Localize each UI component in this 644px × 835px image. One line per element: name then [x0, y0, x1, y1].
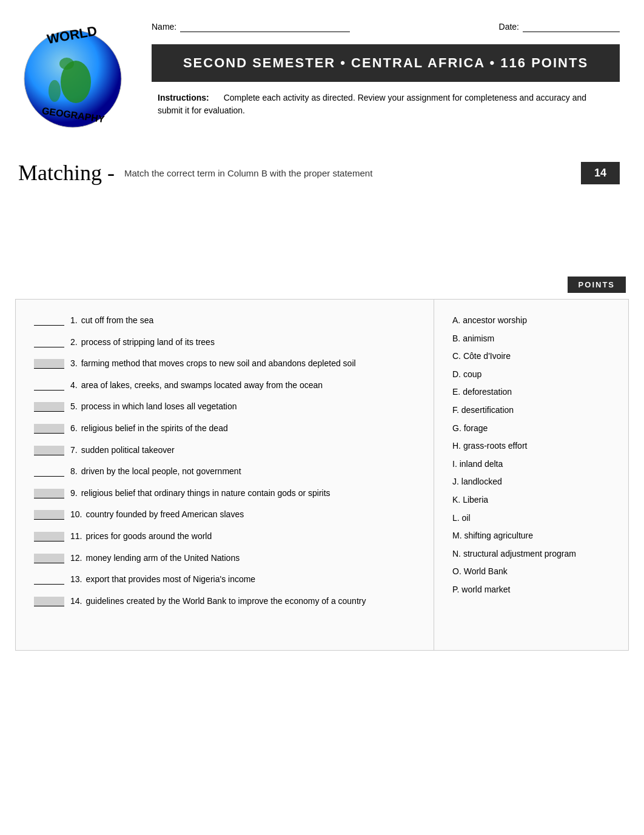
logo-area: WORLD GEOGRAPHY: [12, 12, 139, 136]
left-item-1: 1.cut off from the sea: [34, 315, 421, 327]
choice-letter-11: K.: [452, 495, 463, 505]
left-column: 1.cut off from the sea2.process of strip…: [16, 300, 434, 650]
choice-letter-9: I.: [452, 459, 460, 469]
page: WORLD GEOGRAPHY Name: Date: SECOND SEMES…: [0, 0, 644, 835]
answer-blank-9[interactable]: [34, 489, 64, 498]
content-box: 1.cut off from the sea2.process of strip…: [15, 299, 629, 651]
svg-point-4: [49, 80, 61, 102]
choice-text-15: World Bank: [464, 566, 508, 576]
answer-blank-14[interactable]: [34, 597, 64, 606]
left-item-10: 10.country founded by freed American sla…: [34, 509, 421, 521]
choice-item-12: L. oil: [452, 512, 616, 525]
choice-letter-16: P.: [452, 585, 461, 594]
choice-item-4: D. coup: [452, 369, 616, 381]
left-item-14: 14.guidelines created by the World Bank …: [34, 595, 421, 608]
points-badge: 14: [581, 162, 620, 184]
name-label: Name:: [152, 22, 176, 32]
item-text-11: prices for goods around the world: [86, 531, 212, 543]
item-text-1: cut off from the sea: [81, 315, 154, 327]
date-label: Date:: [499, 22, 519, 32]
item-number-13: 13.: [70, 574, 82, 586]
title-banner: SECOND SEMESTER • CENTRAL AFRICA • 116 P…: [152, 44, 620, 82]
item-text-7: sudden political takeover: [81, 444, 175, 457]
answer-blank-5[interactable]: [34, 402, 64, 412]
name-input-line[interactable]: [180, 21, 350, 32]
left-item-6: 6.religious belief in the spirits of the…: [34, 423, 421, 435]
answer-blank-6[interactable]: [34, 424, 64, 434]
answer-blank-11[interactable]: [34, 532, 64, 542]
item-number-5: 5.: [70, 401, 78, 413]
left-item-11: 11.prices for goods around the world: [34, 531, 421, 543]
answer-blank-7[interactable]: [34, 446, 64, 455]
left-item-2: 2.process of stripping land of its trees: [34, 337, 421, 349]
instructions-block: Instructions: Complete each activity as …: [152, 92, 620, 117]
choice-text-12: oil: [462, 513, 471, 523]
choice-item-6: F. desertification: [452, 404, 616, 417]
item-number-7: 7.: [70, 444, 78, 457]
choice-text-3: Côte d'Ivoire: [463, 351, 511, 361]
choice-item-10: J. landlocked: [452, 476, 616, 488]
choice-item-5: E. deforestation: [452, 386, 616, 398]
item-number-9: 9.: [70, 488, 78, 500]
choice-letter-12: L.: [452, 513, 462, 523]
choice-letter-15: O.: [452, 566, 464, 576]
item-number-14: 14.: [70, 595, 82, 608]
choice-text-11: Liberia: [463, 495, 488, 505]
left-item-7: 7.sudden political takeover: [34, 444, 421, 457]
left-item-3: 3.farming method that moves crops to new…: [34, 358, 421, 370]
choice-text-4: coup: [463, 369, 481, 379]
choice-item-7: G. forage: [452, 423, 616, 435]
choice-letter-1: A.: [452, 315, 463, 325]
item-number-1: 1.: [70, 315, 78, 327]
name-date-line: Name: Date:: [152, 12, 620, 44]
date-input-line[interactable]: [523, 21, 620, 32]
left-item-13: 13.export that provides most of Nigeria'…: [34, 574, 421, 586]
matching-subtitle: Match the correct term in Column B with …: [124, 168, 372, 178]
answer-blank-2[interactable]: [34, 338, 64, 347]
item-number-10: 10.: [70, 509, 82, 521]
answer-blank-8[interactable]: [34, 467, 64, 477]
choice-letter-4: D.: [452, 369, 463, 379]
left-item-12: 12.money lending arm of the United Natio…: [34, 552, 421, 565]
left-item-9: 9.religious belief that ordinary things …: [34, 488, 421, 500]
header: WORLD GEOGRAPHY Name: Date: SECOND SEMES…: [0, 0, 644, 142]
item-number-11: 11.: [70, 531, 82, 543]
choice-text-16: world market: [461, 585, 510, 594]
choice-text-9: inland delta: [460, 459, 503, 469]
choice-text-5: deforestation: [463, 387, 512, 397]
choice-item-16: P. world market: [452, 584, 616, 596]
choice-letter-3: C.: [452, 351, 463, 361]
choice-item-8: H. grass-roots effort: [452, 440, 616, 452]
globe-icon: WORLD GEOGRAPHY: [12, 12, 133, 133]
choice-text-6: desertification: [461, 405, 514, 415]
choice-letter-7: G.: [452, 423, 464, 433]
item-number-12: 12.: [70, 552, 82, 565]
item-text-3: farming method that moves crops to new s…: [81, 358, 356, 370]
answer-blank-10[interactable]: [34, 510, 64, 520]
left-item-4: 4.area of lakes, creeks, and swamps loca…: [34, 380, 421, 392]
choice-item-15: O. World Bank: [452, 566, 616, 578]
item-number-4: 4.: [70, 380, 78, 392]
matching-header: Matching - Match the correct term in Col…: [0, 148, 644, 192]
answer-blank-13[interactable]: [34, 575, 64, 585]
answer-blank-4[interactable]: [34, 381, 64, 391]
svg-point-3: [59, 58, 74, 70]
choice-letter-5: E.: [452, 387, 463, 397]
item-number-6: 6.: [70, 423, 78, 435]
header-right: Name: Date: SECOND SEMESTER • CENTRAL AF…: [152, 12, 620, 117]
answer-blank-3[interactable]: [34, 359, 64, 369]
item-number-2: 2.: [70, 337, 78, 349]
item-text-2: process of stripping land of its trees: [81, 337, 215, 349]
title-text: SECOND SEMESTER • CENTRAL AFRICA • 116 P…: [183, 55, 588, 70]
choice-item-9: I. inland delta: [452, 458, 616, 471]
item-text-4: area of lakes, creeks, and swamps locate…: [81, 380, 323, 392]
choice-text-1: ancestor worship: [463, 315, 527, 325]
item-number-8: 8.: [70, 466, 78, 478]
answer-blank-12[interactable]: [34, 554, 64, 563]
answer-blank-1[interactable]: [34, 316, 64, 326]
choice-letter-8: H.: [452, 441, 463, 451]
choice-text-8: grass-roots effort: [463, 441, 528, 451]
choice-letter-13: M.: [452, 531, 464, 540]
choice-text-10: landlocked: [461, 477, 502, 486]
choice-item-13: M. shifting agriculture: [452, 530, 616, 542]
